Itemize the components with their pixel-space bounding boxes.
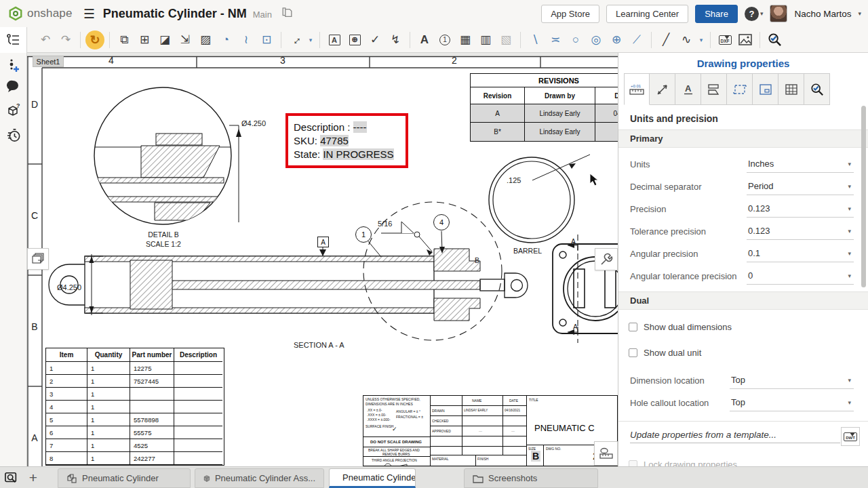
note-button[interactable]: A bbox=[324, 30, 344, 49]
history-button[interactable] bbox=[0, 125, 27, 145]
decimal-separator-dropdown[interactable]: Period ▾ bbox=[747, 178, 854, 195]
tab-views[interactable] bbox=[701, 73, 727, 105]
dimension-diameter-top[interactable]: Ø4.250 bbox=[241, 119, 266, 127]
break-view-button[interactable]: ≀ bbox=[236, 30, 256, 49]
tab-inspection[interactable] bbox=[804, 73, 830, 105]
show-dual-dimensions-row[interactable]: Show dual dimensions bbox=[618, 314, 868, 340]
sketch-line-button[interactable]: ╱ bbox=[656, 30, 676, 49]
balloon-4[interactable]: 4 bbox=[433, 214, 450, 230]
add-tab-button[interactable]: + bbox=[24, 469, 42, 487]
measure-button[interactable] bbox=[594, 441, 618, 466]
insert-image-button[interactable] bbox=[735, 30, 755, 49]
versions-button[interactable] bbox=[0, 56, 27, 76]
sheets-overlay-button[interactable] bbox=[27, 248, 49, 270]
dimension-button[interactable]: ↔ bbox=[285, 30, 306, 49]
tab-drawing-active[interactable]: Pneumatic Cylinder bbox=[329, 468, 416, 488]
main-menu-icon[interactable]: ☰ bbox=[83, 6, 95, 22]
app-store-button[interactable]: App Store bbox=[541, 5, 599, 23]
projected-view-button[interactable]: ⊞ bbox=[134, 30, 155, 49]
table-button[interactable]: ▦ bbox=[455, 30, 475, 49]
panel-scrollbar[interactable] bbox=[861, 106, 866, 465]
detail-view-button[interactable]: ▨ bbox=[195, 30, 216, 49]
dimension-diameter-left[interactable]: Ø4.250 bbox=[57, 283, 81, 291]
inspection-mode-button[interactable] bbox=[764, 30, 785, 49]
barrel-view-label[interactable]: BARREL bbox=[513, 247, 542, 255]
user-menu-caret-icon[interactable]: ▾ bbox=[858, 10, 861, 17]
show-dual-dimensions-checkbox[interactable] bbox=[629, 323, 637, 331]
callout-button[interactable]: 1 bbox=[435, 30, 455, 49]
tab-search-button[interactable] bbox=[0, 467, 23, 488]
show-dual-unit-row[interactable]: Show dual unit bbox=[618, 340, 868, 365]
precision-dropdown[interactable]: 0.123 ▾ bbox=[747, 201, 854, 218]
center-mark-button[interactable]: ⊕ bbox=[606, 30, 627, 49]
onshape-logo[interactable]: onshape bbox=[8, 6, 73, 21]
crop-view-button[interactable]: ⊡ bbox=[256, 30, 277, 49]
units-dropdown[interactable]: Inches ▾ bbox=[747, 156, 854, 173]
dimension-menu-caret[interactable]: ▾ bbox=[306, 30, 315, 49]
tolerance-precision-dropdown[interactable]: 0.123 ▾ bbox=[747, 223, 854, 240]
revisions-table[interactable]: REVISIONS Revision Drawn by Date A Linds… bbox=[470, 73, 618, 144]
text-tab-icon: A bbox=[682, 83, 694, 96]
section-view-label[interactable]: SECTION A - A bbox=[294, 341, 344, 349]
geometric-tolerance-button[interactable]: ⊕ bbox=[344, 30, 365, 49]
release-note-annotation[interactable]: Description : ---- SKU: 47785 State: IN … bbox=[285, 113, 408, 168]
bom-table-button[interactable]: ▥ bbox=[475, 30, 496, 49]
bom-table[interactable]: Item Quantity Part number Description 11… bbox=[45, 348, 224, 466]
broken-out-section-button[interactable]: ◔ bbox=[216, 30, 236, 49]
dimension-barrel-thickness[interactable]: .125 bbox=[507, 176, 521, 184]
tab-dimensions[interactable] bbox=[650, 73, 675, 105]
surface-finish-button[interactable]: ✓ bbox=[365, 30, 385, 49]
sheets-panel-toggle[interactable] bbox=[0, 27, 27, 53]
workspace-label[interactable]: Main bbox=[253, 9, 272, 20]
centerline-button[interactable]: ∖ bbox=[525, 30, 545, 49]
user-avatar[interactable] bbox=[770, 5, 787, 22]
view-tools-button[interactable] bbox=[595, 248, 618, 270]
weld-size-label[interactable]: 5/16 bbox=[378, 220, 392, 228]
text-button[interactable]: A bbox=[414, 30, 435, 49]
bom-row: 6155575 bbox=[46, 426, 224, 439]
copy-document-icon[interactable] bbox=[281, 7, 293, 22]
title-block[interactable]: UNLESS OTHERWISE SPECIFIED, DIMENSIONS A… bbox=[363, 395, 618, 466]
section-view-button[interactable]: ◪ bbox=[155, 30, 175, 49]
spline-button[interactable]: ∿ bbox=[676, 30, 696, 49]
tab-screenshots-folder[interactable]: Screenshots bbox=[464, 468, 598, 488]
insert-view-button[interactable]: ⧉ bbox=[114, 30, 134, 49]
learning-center-button[interactable]: Learning Center bbox=[606, 5, 688, 23]
hole-callout-location-dropdown[interactable]: Top ▾ bbox=[730, 394, 854, 411]
circle-center-mark-button[interactable]: ◎ bbox=[586, 30, 606, 49]
tab-annotations[interactable] bbox=[727, 73, 753, 105]
share-button[interactable]: Share bbox=[695, 5, 738, 23]
comments-button[interactable] bbox=[0, 76, 27, 96]
user-name[interactable]: Nacho Martos bbox=[794, 9, 851, 19]
export-dxf-button[interactable]: DXF bbox=[715, 30, 735, 49]
tab-units-precision[interactable]: +0.01 bbox=[624, 73, 650, 105]
tangent-line-button[interactable]: ⟋ bbox=[627, 30, 647, 49]
spline-menu-caret[interactable]: ▾ bbox=[696, 30, 706, 49]
center-mark-group-button[interactable]: ○ bbox=[566, 30, 586, 49]
help-menu[interactable]: ? ▾ bbox=[745, 7, 764, 21]
centerline-two-lines-button[interactable]: ≍ bbox=[545, 30, 566, 49]
tab-text[interactable]: A bbox=[675, 73, 701, 105]
sheet-tab[interactable]: Sheet1 bbox=[33, 56, 64, 67]
tab-part-studio[interactable]: Pneumatic Cylinder bbox=[58, 468, 191, 488]
datum-a-marker[interactable]: A bbox=[317, 237, 329, 247]
tab-tables[interactable] bbox=[778, 73, 804, 105]
angular-precision-dropdown[interactable]: 0.1 ▾ bbox=[747, 245, 854, 262]
tab-assembly[interactable]: Pneumatic Cylinder Ass... bbox=[195, 468, 324, 488]
weld-symbol-button[interactable]: ↯ bbox=[385, 30, 406, 49]
angular-tolerance-precision-dropdown[interactable]: 0 ▾ bbox=[747, 268, 854, 285]
auxiliary-view-button[interactable]: ⇲ bbox=[175, 30, 195, 49]
update-drawing-button[interactable]: ↻ bbox=[85, 30, 105, 49]
tab-sheet[interactable] bbox=[753, 73, 778, 105]
drawing-canvas[interactable]: Sheet1 4 3 2 D C B A DETAIL B SCALE 1:2 … bbox=[27, 53, 618, 466]
detail-view-label[interactable]: DETAIL B bbox=[139, 230, 188, 239]
where-used-button[interactable]: ? bbox=[0, 100, 27, 121]
undo-button[interactable]: ↶ bbox=[35, 30, 56, 49]
panel-scrollbar-thumb[interactable] bbox=[861, 106, 866, 287]
dimension-location-dropdown[interactable]: Top ▾ bbox=[730, 372, 854, 389]
show-dual-unit-checkbox[interactable] bbox=[629, 348, 637, 357]
redo-button[interactable]: ↷ bbox=[56, 30, 76, 49]
update-from-template-link[interactable]: Update properties from a template... bbox=[630, 430, 840, 443]
template-file-button[interactable]: DWT bbox=[841, 427, 860, 446]
balloon-1[interactable]: 1 bbox=[355, 226, 372, 243]
